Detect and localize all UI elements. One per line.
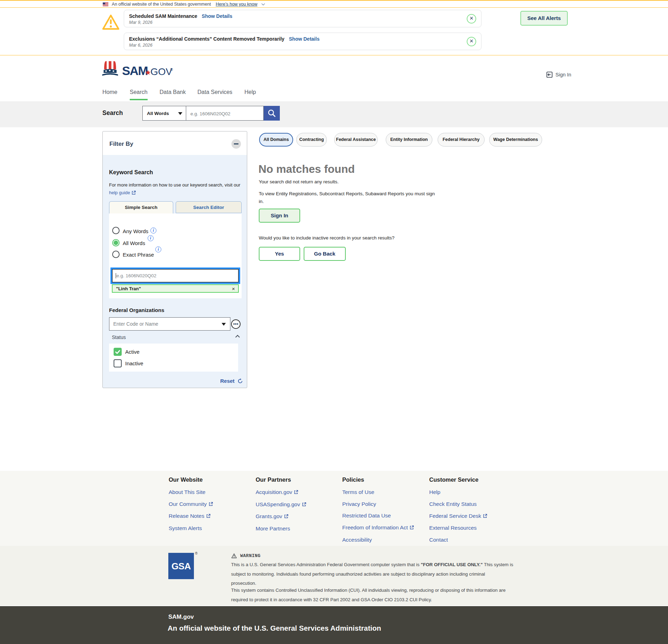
svg-text:SAM: SAM [122, 64, 148, 77]
svg-text:®: ® [170, 67, 173, 72]
svg-text:GOV: GOV [150, 66, 173, 77]
